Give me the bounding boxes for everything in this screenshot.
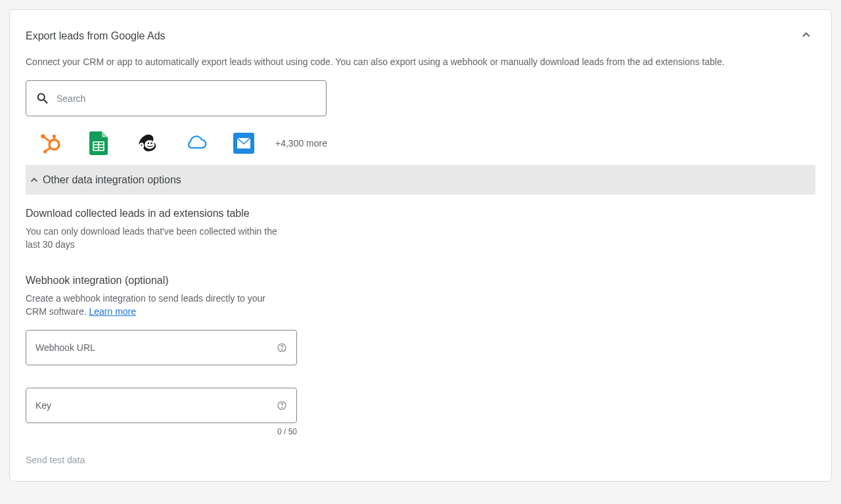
webhook-url-label: Webhook URL [35,342,95,353]
webhook-section: Webhook integration (optional) Create a … [10,251,831,318]
download-heading: Download collected leads in ad extension… [26,208,815,219]
integration-cloud[interactable] [185,132,207,154]
webhook-key-label: Key [35,400,51,411]
google-sheets-icon [89,131,108,155]
download-description: You can only download leads that've been… [26,225,288,251]
integration-mailchimp[interactable] [136,132,158,154]
search-input[interactable] [57,93,317,104]
card-title: Export leads from Google Ads [26,30,166,42]
integration-google-sheets[interactable] [87,132,110,154]
chevron-up-icon [800,28,813,41]
help-icon[interactable] [277,400,287,411]
search-icon [35,91,50,106]
svg-point-20 [281,407,282,408]
webhook-url-field[interactable]: Webhook URL [26,330,297,365]
search-field[interactable] [26,80,327,116]
svg-point-11 [145,140,154,149]
other-options-toggle[interactable]: Other data integration options [26,165,815,195]
svg-point-18 [281,350,282,350]
cloud-icon [185,134,207,152]
webhook-description-text: Create a webhook integration to send lea… [26,293,265,317]
card-header: Export leads from Google Ads [10,26,831,55]
webhook-heading: Webhook integration (optional) [26,275,815,286]
help-icon[interactable] [277,342,287,353]
webhook-key-field[interactable]: Key [26,388,297,423]
svg-point-12 [148,143,150,145]
download-section: Download collected leads in ad extension… [10,195,831,251]
send-test-data-button[interactable]: Send test data [10,436,831,465]
card-description: Connect your CRM or app to automatically… [10,55,831,80]
export-leads-card: Export leads from Google Ads Connect you… [9,9,832,482]
integrations-row: +4,300 more [10,132,831,165]
collapse-card-button[interactable] [797,26,815,46]
other-options-label: Other data integration options [43,174,181,186]
integrations-more-label[interactable]: +4,300 more [275,138,327,149]
webhook-url-field-wrap: Webhook URL [26,330,297,365]
webhook-description: Create a webhook integration to send lea… [26,292,288,318]
svg-point-15 [141,145,142,146]
svg-point-13 [150,143,152,145]
learn-more-link[interactable]: Learn more [89,306,136,317]
chevron-up-icon [28,174,40,186]
svg-line-6 [46,147,51,150]
hubspot-icon [39,132,61,154]
webhook-key-field-wrap: Key 0 / 50 [26,388,297,436]
integration-hubspot[interactable] [39,132,61,154]
integration-email[interactable] [233,133,254,154]
mailchimp-icon [136,131,158,155]
email-icon [237,138,250,149]
key-char-count: 0 / 50 [26,427,297,436]
svg-line-4 [43,137,51,141]
